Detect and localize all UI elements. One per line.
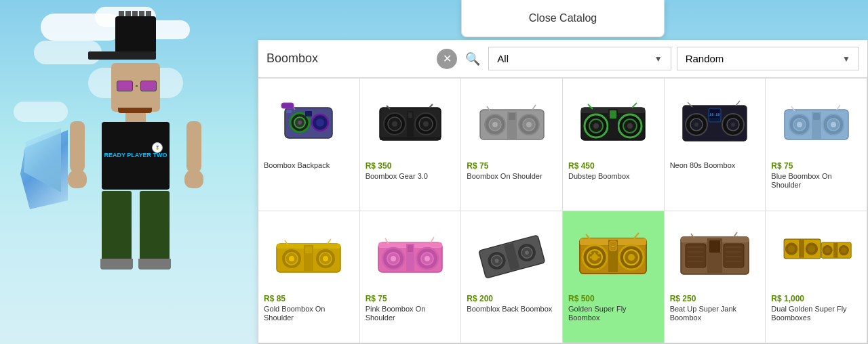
svg-rect-132 bbox=[709, 240, 720, 253]
svg-point-13 bbox=[392, 121, 397, 127]
category-filter-arrow: ▼ bbox=[654, 54, 663, 64]
svg-point-48 bbox=[694, 123, 698, 127]
svg-rect-65 bbox=[813, 113, 820, 120]
item-cell[interactable]: R$ 200Boomblox Back Boombox bbox=[461, 211, 563, 344]
item-price: R$ 200 bbox=[467, 294, 493, 303]
close-catalog-button[interactable]: Close Catalog bbox=[529, 12, 597, 24]
category-filter[interactable]: All ▼ bbox=[488, 47, 671, 70]
catalog-panel: Close Catalog ✕ 🔍 All ▼ Random ▼ bbox=[258, 0, 868, 344]
svg-point-84 bbox=[391, 256, 396, 261]
item-image bbox=[467, 84, 557, 158]
svg-rect-18 bbox=[408, 112, 412, 118]
clear-search-button[interactable]: ✕ bbox=[437, 49, 457, 69]
close-catalog-bar[interactable]: Close Catalog bbox=[461, 0, 665, 37]
item-image bbox=[366, 84, 456, 158]
svg-point-5 bbox=[316, 119, 324, 127]
item-price: R$ 75 bbox=[771, 161, 793, 171]
svg-point-111 bbox=[590, 252, 592, 254]
svg-point-51 bbox=[731, 123, 735, 127]
item-name: Boombox On Shoulder bbox=[467, 172, 542, 181]
svg-rect-30 bbox=[509, 113, 515, 120]
svg-line-44 bbox=[632, 103, 637, 108]
svg-rect-146 bbox=[833, 242, 837, 257]
svg-line-79 bbox=[328, 239, 331, 244]
svg-line-118 bbox=[634, 233, 639, 238]
sort-filter-arrow: ▼ bbox=[842, 54, 850, 64]
item-cell[interactable]: •• R$ 500Golden Super Fly Boombox bbox=[563, 211, 665, 344]
svg-point-112 bbox=[594, 252, 596, 254]
item-price: R$ 1,000 bbox=[771, 294, 804, 303]
item-name: Boombox Backpack bbox=[264, 161, 330, 170]
catalog-body: ✕ 🔍 All ▼ Random ▼ Boo bbox=[258, 40, 868, 344]
item-cell[interactable]: R$ 450Dubstep Boombox bbox=[563, 79, 665, 211]
item-image bbox=[670, 217, 760, 291]
sort-filter[interactable]: Random ▼ bbox=[677, 47, 859, 70]
item-image bbox=[264, 84, 354, 158]
svg-rect-77 bbox=[305, 246, 312, 253]
svg-line-134 bbox=[734, 232, 737, 237]
item-cell[interactable]: R$ 85Gold Boombox On Shoulder bbox=[258, 211, 360, 344]
item-name: Dubstep Boombox bbox=[568, 172, 630, 181]
svg-rect-42 bbox=[610, 110, 616, 119]
item-cell[interactable]: R$ 75Pink Boombox On Shoulder bbox=[360, 211, 462, 344]
search-button[interactable]: 🔍 bbox=[462, 49, 483, 69]
items-grid: Boombox Backpack R$ 350Boombox Gear 3.0 bbox=[258, 78, 867, 343]
svg-rect-6 bbox=[305, 111, 312, 116]
search-bar: ✕ 🔍 All ▼ Random ▼ bbox=[258, 40, 867, 78]
character-body: READY PLAYER TWO 🏅 bbox=[61, 16, 210, 328]
svg-point-28 bbox=[526, 122, 532, 127]
item-name: Boombox Gear 3.0 bbox=[366, 172, 428, 181]
svg-point-16 bbox=[423, 121, 429, 127]
svg-line-56 bbox=[736, 101, 740, 106]
item-name: Boomblox Back Boombox bbox=[467, 305, 552, 314]
item-image bbox=[771, 84, 861, 158]
item-name: Golden Super Fly Boombox bbox=[568, 305, 658, 322]
item-name: Neon 80s Boombox bbox=[670, 161, 736, 170]
svg-point-37 bbox=[593, 123, 599, 129]
item-image: 88:88 bbox=[670, 84, 760, 158]
item-cell[interactable]: R$ 75Boombox On Shoulder bbox=[461, 79, 563, 211]
svg-point-72 bbox=[289, 256, 294, 261]
svg-point-75 bbox=[323, 256, 328, 261]
svg-line-32 bbox=[532, 105, 536, 110]
item-cell[interactable]: R$ 1,000Dual Golden Super Fly Boomboxes bbox=[766, 211, 867, 344]
svg-rect-140 bbox=[799, 240, 804, 257]
item-price: R$ 75 bbox=[366, 294, 387, 303]
svg-point-114 bbox=[590, 256, 592, 258]
item-image bbox=[366, 217, 456, 291]
svg-point-87 bbox=[425, 256, 430, 261]
item-image bbox=[568, 84, 658, 158]
category-filter-value: All bbox=[497, 53, 509, 64]
item-name: Blue Boombox On Shoulder bbox=[771, 172, 861, 190]
item-price: R$ 350 bbox=[366, 161, 392, 171]
item-cell[interactable]: R$ 75Blue Boombox On Shoulder bbox=[766, 79, 867, 211]
item-name: Beat Up Super Jank Boombox bbox=[670, 305, 760, 322]
svg-point-113 bbox=[598, 252, 600, 254]
item-price: R$ 85 bbox=[264, 294, 285, 303]
svg-rect-9 bbox=[281, 103, 294, 108]
item-image bbox=[467, 217, 557, 291]
search-input[interactable] bbox=[267, 51, 431, 66]
svg-text:88:88: 88:88 bbox=[709, 112, 719, 116]
svg-line-67 bbox=[837, 105, 840, 110]
svg-rect-21 bbox=[380, 137, 441, 140]
item-name: Dual Golden Super Fly Boomboxes bbox=[771, 305, 861, 322]
item-cell[interactable]: 88:88 Neon 80s Boombox bbox=[665, 79, 766, 211]
svg-point-63 bbox=[831, 122, 836, 127]
item-image: •• bbox=[568, 217, 658, 291]
sort-filter-value: Random bbox=[686, 53, 724, 64]
svg-text:••: •• bbox=[612, 244, 614, 249]
item-price: R$ 450 bbox=[568, 161, 595, 171]
svg-point-137 bbox=[787, 244, 795, 252]
item-cell[interactable]: R$ 350Boombox Gear 3.0 bbox=[360, 79, 462, 211]
item-cell[interactable]: R$ 250Beat Up Super Jank Boombox bbox=[665, 211, 766, 344]
svg-point-116 bbox=[598, 256, 600, 258]
item-name: Pink Boombox On Shoulder bbox=[366, 305, 456, 322]
svg-point-145 bbox=[841, 247, 847, 253]
svg-point-143 bbox=[824, 247, 830, 253]
item-price: R$ 75 bbox=[467, 161, 488, 171]
character: READY PLAYER TWO 🏅 bbox=[20, 0, 251, 344]
svg-point-115 bbox=[594, 256, 596, 258]
item-cell[interactable]: Boombox Backpack bbox=[258, 79, 360, 211]
svg-point-139 bbox=[808, 244, 815, 252]
